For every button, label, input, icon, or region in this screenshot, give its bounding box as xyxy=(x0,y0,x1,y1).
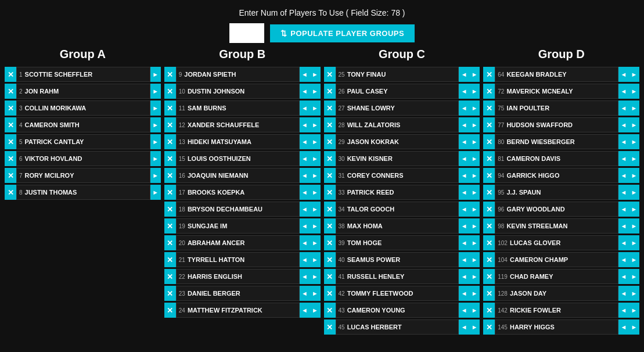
populate-button[interactable]: ⇅ POPULATE PLAYER GROUPS xyxy=(270,24,415,42)
nav-right-button[interactable]: ► xyxy=(310,269,321,284)
nav-right-button[interactable]: ► xyxy=(150,84,161,99)
nav-left-button[interactable]: ◄ xyxy=(300,252,310,267)
remove-player-button[interactable]: ✕ xyxy=(164,67,176,82)
remove-player-button[interactable]: ✕ xyxy=(5,67,16,82)
remove-player-button[interactable]: ✕ xyxy=(164,252,176,267)
remove-player-button[interactable]: ✕ xyxy=(483,235,495,250)
remove-player-button[interactable]: ✕ xyxy=(324,100,336,116)
nav-left-button[interactable]: ◄ xyxy=(300,286,310,301)
nav-right-button[interactable]: ► xyxy=(310,286,321,301)
remove-player-button[interactable]: ✕ xyxy=(483,100,495,116)
remove-player-button[interactable]: ✕ xyxy=(483,151,495,166)
nav-right-button[interactable]: ► xyxy=(629,185,639,200)
nav-left-button[interactable]: ◄ xyxy=(459,269,469,284)
nav-left-button[interactable]: ◄ xyxy=(459,218,469,234)
nav-left-button[interactable]: ◄ xyxy=(618,252,629,267)
remove-player-button[interactable]: ✕ xyxy=(5,117,16,132)
nav-right-button[interactable]: ► xyxy=(629,117,639,132)
remove-player-button[interactable]: ✕ xyxy=(324,134,336,149)
nav-left-button[interactable]: ◄ xyxy=(618,134,629,149)
remove-player-button[interactable]: ✕ xyxy=(164,235,176,250)
nav-right-button[interactable]: ► xyxy=(150,168,161,183)
nav-right-button[interactable]: ► xyxy=(310,202,321,217)
nav-left-button[interactable]: ◄ xyxy=(300,151,310,166)
nav-right-button[interactable]: ► xyxy=(629,151,639,166)
remove-player-button[interactable]: ✕ xyxy=(164,100,176,116)
nav-right-button[interactable]: ► xyxy=(469,286,480,301)
nav-left-button[interactable]: ◄ xyxy=(300,100,310,116)
nav-right-button[interactable]: ► xyxy=(469,185,480,200)
remove-player-button[interactable]: ✕ xyxy=(324,303,336,318)
nav-left-button[interactable]: ◄ xyxy=(618,303,629,318)
nav-left-button[interactable]: ◄ xyxy=(618,117,629,132)
nav-right-button[interactable]: ► xyxy=(310,151,321,166)
remove-player-button[interactable]: ✕ xyxy=(324,202,336,217)
nav-right-button[interactable]: ► xyxy=(629,252,639,267)
nav-left-button[interactable]: ◄ xyxy=(618,269,629,284)
nav-left-button[interactable]: ◄ xyxy=(618,286,629,301)
nav-right-button[interactable]: ► xyxy=(629,134,639,149)
nav-right-button[interactable]: ► xyxy=(150,117,161,132)
nav-left-button[interactable]: ◄ xyxy=(618,84,629,99)
remove-player-button[interactable]: ✕ xyxy=(324,269,336,284)
nav-right-button[interactable]: ► xyxy=(310,100,321,116)
nav-left-button[interactable]: ◄ xyxy=(459,303,469,318)
remove-player-button[interactable]: ✕ xyxy=(483,185,495,200)
nav-left-button[interactable]: ◄ xyxy=(618,67,629,82)
nav-left-button[interactable]: ◄ xyxy=(459,100,469,116)
nav-left-button[interactable]: ◄ xyxy=(459,134,469,149)
nav-left-button[interactable]: ◄ xyxy=(300,269,310,284)
remove-player-button[interactable]: ✕ xyxy=(324,185,336,200)
remove-player-button[interactable]: ✕ xyxy=(5,84,16,99)
remove-player-button[interactable]: ✕ xyxy=(324,168,336,183)
nav-right-button[interactable]: ► xyxy=(310,185,321,200)
remove-player-button[interactable]: ✕ xyxy=(5,151,16,166)
nav-right-button[interactable]: ► xyxy=(310,67,321,82)
nav-left-button[interactable]: ◄ xyxy=(300,235,310,250)
nav-left-button[interactable]: ◄ xyxy=(618,185,629,200)
remove-player-button[interactable]: ✕ xyxy=(483,117,495,132)
remove-player-button[interactable]: ✕ xyxy=(483,134,495,149)
remove-player-button[interactable]: ✕ xyxy=(5,168,16,183)
remove-player-button[interactable]: ✕ xyxy=(483,303,495,318)
nav-right-button[interactable]: ► xyxy=(469,303,480,318)
nav-left-button[interactable]: ◄ xyxy=(300,168,310,183)
remove-player-button[interactable]: ✕ xyxy=(324,84,336,99)
nav-right-button[interactable]: ► xyxy=(310,117,321,132)
nav-right-button[interactable]: ► xyxy=(469,252,480,267)
nav-right-button[interactable]: ► xyxy=(629,100,639,116)
nav-right-button[interactable]: ► xyxy=(469,67,480,82)
nav-left-button[interactable]: ◄ xyxy=(459,185,469,200)
remove-player-button[interactable]: ✕ xyxy=(483,218,495,234)
nav-left-button[interactable]: ◄ xyxy=(459,84,469,99)
nav-right-button[interactable]: ► xyxy=(310,84,321,99)
remove-player-button[interactable]: ✕ xyxy=(483,269,495,284)
nav-left-button[interactable]: ◄ xyxy=(459,319,469,335)
nav-left-button[interactable]: ◄ xyxy=(300,134,310,149)
nav-left-button[interactable]: ◄ xyxy=(300,303,310,318)
nav-right-button[interactable]: ► xyxy=(150,100,161,116)
nav-right-button[interactable]: ► xyxy=(469,151,480,166)
nav-right-button[interactable]: ► xyxy=(629,269,639,284)
remove-player-button[interactable]: ✕ xyxy=(5,134,16,149)
remove-player-button[interactable]: ✕ xyxy=(164,117,176,132)
nav-right-button[interactable]: ► xyxy=(469,319,480,335)
remove-player-button[interactable]: ✕ xyxy=(164,202,176,217)
nav-left-button[interactable]: ◄ xyxy=(618,168,629,183)
remove-player-button[interactable]: ✕ xyxy=(324,286,336,301)
nav-left-button[interactable]: ◄ xyxy=(459,151,469,166)
nav-left-button[interactable]: ◄ xyxy=(300,202,310,217)
remove-player-button[interactable]: ✕ xyxy=(164,303,176,318)
nav-right-button[interactable]: ► xyxy=(150,185,161,200)
nav-right-button[interactable]: ► xyxy=(469,235,480,250)
nav-right-button[interactable]: ► xyxy=(310,134,321,149)
nav-left-button[interactable]: ◄ xyxy=(618,151,629,166)
remove-player-button[interactable]: ✕ xyxy=(483,84,495,99)
remove-player-button[interactable]: ✕ xyxy=(5,185,16,200)
remove-player-button[interactable]: ✕ xyxy=(483,319,495,335)
remove-player-button[interactable]: ✕ xyxy=(164,84,176,99)
nav-right-button[interactable]: ► xyxy=(310,303,321,318)
nav-left-button[interactable]: ◄ xyxy=(618,202,629,217)
nav-right-button[interactable]: ► xyxy=(629,84,639,99)
remove-player-button[interactable]: ✕ xyxy=(324,151,336,166)
